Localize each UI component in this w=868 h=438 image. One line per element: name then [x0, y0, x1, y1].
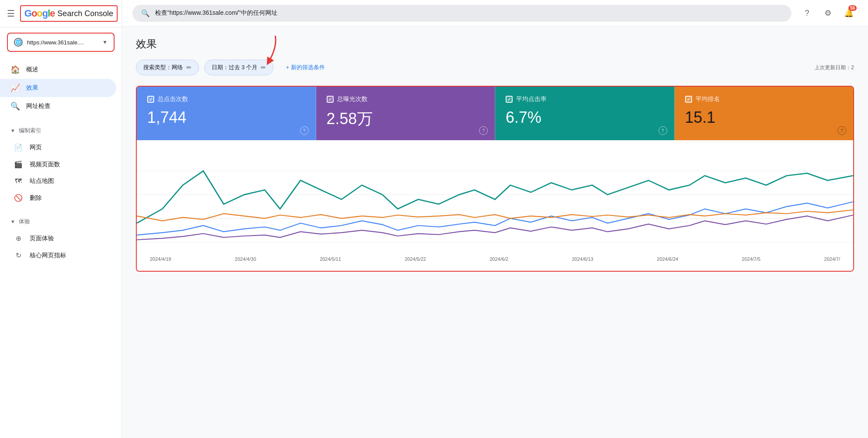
search-bar-icon: 🔍	[141, 9, 150, 17]
chart-date-3: 2024/5/22	[405, 256, 426, 262]
date-range-edit-icon: ✏	[261, 64, 266, 71]
sidebar-item-sitemap[interactable]: 🗺 站点地图	[0, 173, 116, 189]
chart-date-4: 2024/6/2	[490, 256, 508, 262]
index-section: ▼ 编制索引 📄 网页 🎬 视频页面数 🗺 站点地图 🚫 删除	[0, 119, 122, 210]
last-updated: 上次更新日期：2	[814, 64, 854, 71]
topbar: 🔍 检查"https://www.361sale.com/"中的任何网址 ? ⚙…	[122, 0, 868, 27]
sidebar-item-pages[interactable]: 📄 网页	[0, 139, 116, 156]
sidebar-item-page-experience[interactable]: ⊕ 页面体验	[0, 230, 116, 247]
topbar-actions: ? ⚙ 🔔 56	[798, 4, 858, 22]
chart-area: 2024/4/19 2024/4/30 2024/5/11 2024/5/22 …	[137, 140, 853, 271]
metric-card-impressions[interactable]: 总曝光次数 2.58万 ?	[316, 87, 496, 140]
metric-card-ctr[interactable]: 平均点击率 6.7% ?	[495, 87, 675, 140]
sidebar-item-sitemap-label: 站点地图	[30, 177, 54, 185]
logo-text: Search Console	[57, 9, 113, 18]
index-section-label: 编制索引	[19, 127, 41, 135]
metric-help-clicks[interactable]: ?	[300, 126, 309, 135]
hamburger-icon[interactable]: ☰	[7, 8, 15, 19]
add-filter-button[interactable]: + 新的筛选条件	[279, 60, 331, 75]
chart-date-6: 2024/6/24	[657, 256, 678, 262]
sidebar-item-performance-label: 效果	[26, 84, 38, 92]
property-name: https://www.361sale....	[27, 39, 98, 46]
metric-header-clicks: 总点击次数	[147, 95, 305, 103]
metric-label-clicks: 总点击次数	[158, 95, 188, 103]
page-experience-icon: ⊕	[14, 234, 23, 243]
property-selector[interactable]: 🌐 https://www.361sale.... ▼	[7, 33, 115, 52]
search-bar-placeholder: 检查"https://www.361sale.com/"中的任何网址	[155, 9, 277, 17]
metric-header-impressions: 总曝光次数	[327, 95, 485, 103]
metric-value-position: 15.1	[685, 108, 843, 127]
sidebar-item-overview-label: 概述	[26, 66, 38, 74]
help-icon: ?	[805, 9, 809, 18]
chart-date-5: 2024/6/13	[572, 256, 593, 262]
metric-header-position: 平均排名	[685, 95, 843, 103]
metric-card-clicks[interactable]: 总点击次数 1,744 ?	[137, 87, 316, 140]
main-content: 🔍 检查"https://www.361sale.com/"中的任何网址 ? ⚙…	[122, 0, 868, 438]
notification-badge: 56	[848, 5, 857, 11]
core-vitals-icon: ↻	[14, 251, 23, 259]
metric-value-ctr: 6.7%	[506, 108, 664, 127]
page-content: 效果 搜索类型：网络 ✏ 日期：过去 3 个月 ✏ + 新的筛选条件 上次更新日…	[122, 27, 868, 438]
filter-bar: 搜索类型：网络 ✏ 日期：过去 3 个月 ✏ + 新的筛选条件 上次更新日期：2	[136, 60, 854, 75]
account-settings-icon: ⚙	[824, 8, 831, 18]
notifications-button[interactable]: 🔔 56	[840, 4, 858, 22]
sidebar-item-core-vitals-label: 核心网页指标	[30, 252, 66, 259]
url-search-bar[interactable]: 🔍 检查"https://www.361sale.com/"中的任何网址	[132, 5, 791, 22]
metric-checkbox-ctr[interactable]	[506, 96, 513, 103]
experience-section: ▼ 体验 ⊕ 页面体验 ↻ 核心网页指标	[0, 210, 122, 267]
metrics-row: 总点击次数 1,744 ? 总曝光次数 2.58万 ?	[137, 87, 853, 140]
chart-date-8: 2024/7/	[824, 256, 840, 262]
help-button[interactable]: ?	[798, 4, 816, 22]
sidebar-item-removal[interactable]: 🚫 删除	[0, 189, 116, 206]
sidebar-item-video-pages[interactable]: 🎬 视频页面数	[0, 156, 116, 173]
index-section-title[interactable]: ▼ 编制索引	[0, 122, 122, 139]
sidebar-item-core-vitals[interactable]: ↻ 核心网页指标	[0, 247, 116, 264]
chart-date-7: 2024/7/5	[742, 256, 760, 262]
google-logo: Google	[24, 8, 55, 19]
search-type-filter[interactable]: 搜索类型：网络 ✏	[136, 60, 199, 75]
metric-header-ctr: 平均点击率	[506, 95, 664, 103]
sidebar-item-pages-label: 网页	[30, 144, 42, 152]
account-settings-button[interactable]: ⚙	[819, 4, 837, 22]
chart-date-1: 2024/4/30	[235, 256, 256, 262]
add-filter-label: + 新的筛选条件	[286, 64, 324, 71]
metric-checkbox-impressions[interactable]	[327, 96, 334, 103]
experience-chevron-icon: ▼	[10, 219, 15, 224]
sitemap-icon: 🗺	[14, 177, 23, 185]
date-range-filter[interactable]: 日期：过去 3 个月 ✏	[204, 60, 274, 75]
sidebar-item-video-pages-label: 视频页面数	[30, 161, 60, 168]
experience-section-title[interactable]: ▼ 体验	[0, 213, 122, 230]
sidebar-item-url-check-label: 网址检查	[26, 102, 51, 110]
chart-date-0: 2024/4/19	[150, 256, 171, 262]
date-range-label: 日期：过去 3 个月	[212, 64, 257, 71]
sidebar-item-url-check[interactable]: 🔍 网址检查	[0, 97, 116, 115]
page-title: 效果	[136, 37, 854, 51]
metric-help-position[interactable]: ?	[838, 126, 846, 135]
search-type-edit-icon: ✏	[186, 64, 192, 71]
metric-help-ctr[interactable]: ?	[659, 126, 667, 135]
home-icon: 🏠	[10, 65, 19, 74]
metric-card-position[interactable]: 平均排名 15.1 ?	[675, 87, 854, 140]
sidebar-item-performance[interactable]: 📈 效果	[0, 79, 116, 97]
performance-icon: 📈	[10, 83, 19, 93]
metric-value-impressions: 2.58万	[327, 108, 485, 130]
search-icon: 🔍	[10, 101, 19, 111]
section-chevron-icon: ▼	[10, 128, 15, 133]
performance-chart	[137, 147, 853, 252]
metric-label-position: 平均排名	[696, 95, 720, 103]
chart-dates: 2024/4/19 2024/4/30 2024/5/11 2024/5/22 …	[137, 253, 853, 265]
metric-label-ctr: 平均点击率	[516, 95, 547, 103]
video-icon: 🎬	[14, 160, 23, 168]
sidebar-item-overview[interactable]: 🏠 概述	[0, 61, 116, 79]
experience-section-label: 体验	[19, 218, 30, 226]
metric-help-impressions[interactable]: ?	[479, 126, 488, 135]
chart-date-2: 2024/5/11	[320, 256, 341, 262]
sidebar-item-removal-label: 删除	[30, 194, 42, 202]
sidebar-header: ☰ Google Search Console	[0, 0, 122, 27]
logo-area: Google Search Console	[20, 5, 118, 22]
property-globe-icon: 🌐	[14, 38, 23, 47]
sidebar-item-page-experience-label: 页面体验	[30, 235, 54, 243]
property-chevron-icon: ▼	[102, 39, 108, 45]
metric-checkbox-clicks[interactable]	[147, 96, 154, 103]
metric-checkbox-position[interactable]	[685, 96, 692, 103]
